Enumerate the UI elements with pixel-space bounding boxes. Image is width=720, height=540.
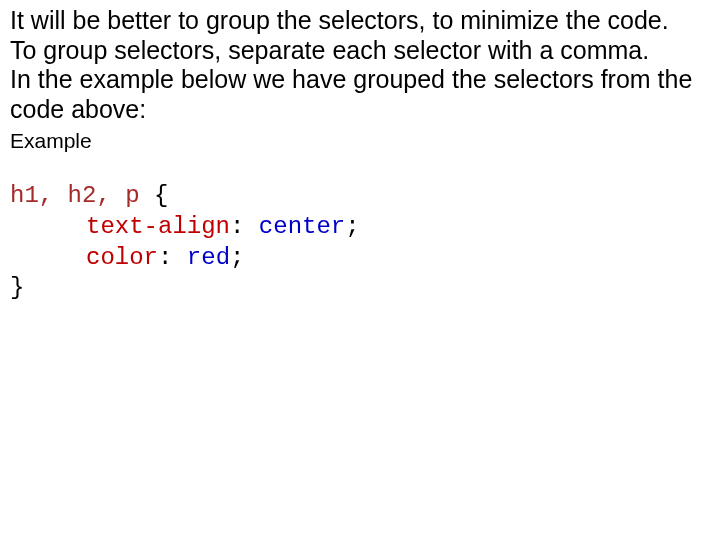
- code-semi-2: ;: [230, 244, 244, 271]
- page: It will be better to group the selectors…: [0, 0, 720, 314]
- intro-text: It will be better to group the selectors…: [10, 6, 710, 124]
- code-val-2: red: [187, 244, 230, 271]
- intro-line-2: To group selectors, separate each select…: [10, 36, 649, 64]
- code-block: h1, h2, p { text-align: center; color: r…: [10, 181, 710, 304]
- code-open-brace: {: [140, 182, 169, 209]
- code-selectors: h1, h2, p: [10, 182, 140, 209]
- code-prop-1: text-align: [86, 213, 230, 240]
- code-close-brace: }: [10, 274, 24, 301]
- code-colon-1: :: [230, 213, 259, 240]
- code-semi-1: ;: [345, 213, 359, 240]
- intro-line-3: In the example below we have grouped the…: [10, 65, 692, 123]
- code-prop-2: color: [86, 244, 158, 271]
- code-val-1: center: [259, 213, 345, 240]
- code-colon-2: :: [158, 244, 187, 271]
- example-label: Example: [10, 128, 710, 153]
- intro-line-1: It will be better to group the selectors…: [10, 6, 669, 34]
